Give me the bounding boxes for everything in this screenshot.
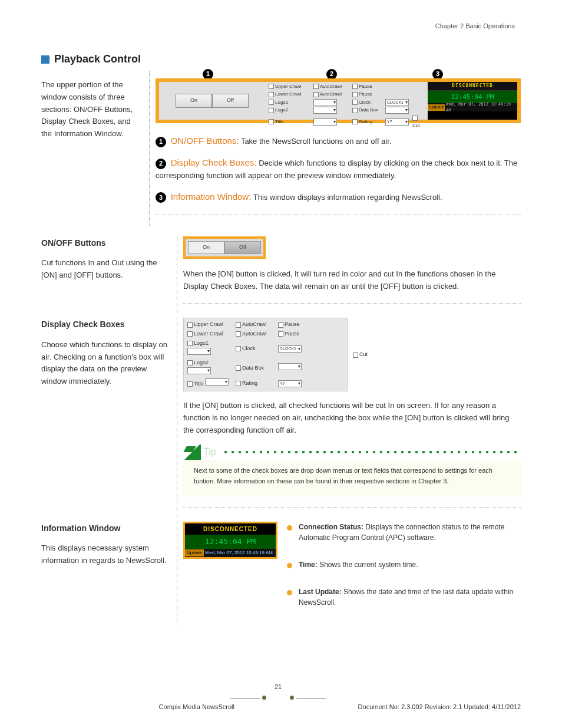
time-callout: Time: Shows the current system time. [287,559,521,570]
tip-icon [183,444,201,460]
title-dropdown[interactable] [313,118,337,126]
on-button[interactable]: On [176,94,212,108]
fig-logo2-dd[interactable] [187,367,211,374]
pause2-checkbox[interactable]: Pause [352,91,383,98]
fig-on-button[interactable]: On [188,241,224,254]
title-checkbox[interactable]: Title [269,118,311,126]
dcb-left-text: Choose which functions to display on air… [41,339,171,388]
clock-checkbox[interactable]: Clock [352,99,383,106]
page-footer: 21 Compix Media NewsScroll Document No: … [35,694,521,710]
tip-dots-icon [222,450,521,454]
intro-paragraph: The upper portion of the window consists… [41,79,143,140]
fig-cut[interactable]: Cut [353,351,368,359]
onoff-left-text: Cut functions In and Out using the [ON] … [41,257,171,282]
info-window-figure: DISCONNECTED 12:45:04 PM UpdateWed, Mar … [183,522,277,559]
fig-title[interactable]: Title [187,378,232,388]
databox-checkbox[interactable]: Data Box [352,107,383,114]
page-number: 21 [275,683,282,690]
fig-update-value: Wed, Mar 07, 2012 10:48:19 AM [205,549,273,556]
dcb-figure: Upper Crawl AutoCrawl Pause Lower Crawl … [183,318,348,391]
tip-text: Next to some of the check boxes are drop… [183,460,521,496]
logo2-dropdown[interactable] [313,107,337,114]
fig-rating[interactable]: Rating [236,380,275,388]
fig-update-label: Update [185,549,204,556]
fig-lower-crawl[interactable]: Lower Crawl [187,330,232,338]
fig-pause1[interactable]: Pause [278,321,317,329]
iw-left-text: This displays necessary system informati… [41,542,171,567]
playback-control-panel: On Off Upper Crawl AutoCrawl Pause Lower… [156,78,521,123]
upper-crawl-checkbox[interactable]: Upper Crawl [269,83,311,90]
fig-logo1[interactable]: Logo1 [187,340,232,358]
clock-dropdown[interactable]: CLOCK1 [385,99,409,106]
tip-box: Tip Next to some of the check boxes are … [183,444,521,496]
fig-logo1-dd[interactable] [187,348,211,355]
fig-clock[interactable]: Clock [236,345,275,353]
fig-status: DISCONNECTED [185,523,276,535]
dcb-right-text: If the [ON] button is clicked, all check… [183,400,521,436]
update-value: Wed, Mar 07, 2012 10:48:19 AM [446,101,517,114]
item1-title: ON/OFF Buttons: [171,136,239,146]
section-bullet-icon [41,55,49,64]
fig-rating-dd[interactable]: Y7 [278,380,302,387]
cut-checkbox[interactable]: Cut [412,115,424,130]
fig-off-button[interactable]: Off [224,241,261,254]
tip-label: Tip [203,445,216,460]
off-button[interactable]: Off [212,94,249,108]
dcb-section-title: Display Check Boxes [41,318,171,331]
bullet-2-icon: 2 [156,159,166,169]
databox-dropdown[interactable] [385,107,409,114]
fig-time: 12:45:04 PM [185,535,276,549]
update-label: Update [428,104,445,111]
fig-autocrawl1[interactable]: AutoCrawl [236,321,275,329]
item1-text: Take the NewsScroll functions on and off… [241,137,392,146]
pause-checkbox[interactable]: Pause [352,83,383,90]
connection-status: DISCONNECTED [428,82,517,91]
last-update-callout: Last Update: Shows the date and time of … [287,587,521,608]
fig-title-dd[interactable] [205,378,229,386]
fig-autocrawl2[interactable]: AutoCrawl [236,330,275,338]
information-window: DISCONNECTED 12:45:04 PM UpdateWed, Mar … [428,82,517,120]
fig-databox-dd[interactable] [278,363,302,370]
iw-section-title: Information Window [41,522,171,535]
footer-docinfo: Document No: 2.3.002 Revision: 2.1 Updat… [358,703,521,710]
onoff-section-title: ON/OFF Buttons [41,236,171,249]
item2-title: Display Check Boxes: [171,157,257,167]
rating-checkbox[interactable]: Rating [352,118,383,126]
logo1-dropdown[interactable] [313,99,337,106]
autocrawl2-checkbox[interactable]: AutoCrawl [313,91,350,98]
bullet-3-icon: 3 [156,192,166,203]
logo1-checkbox[interactable]: Logo1 [269,99,311,106]
footer-product: Compix Media NewsScroll [159,703,234,710]
chapter-header: Chapter 2 Basic Operations [435,22,515,29]
fig-databox[interactable]: Data Box [236,364,275,373]
conn-status-callout: Connection Status: Displays the connecti… [287,522,521,543]
item3-title: Information Window: [171,192,252,202]
bullet-1-icon: 1 [156,137,166,147]
onoff-figure: On Off [183,236,266,259]
fig-logo2[interactable]: Logo2 [187,359,232,377]
section-title: Playback Control [54,53,141,65]
item3-text: This window displays information regardi… [253,193,442,202]
fig-clock-dd[interactable]: CLOCK1 [278,345,302,353]
onoff-right-text: When the [ON] button is clicked, it will… [183,268,521,293]
rating-dropdown[interactable]: Y7 [385,118,409,126]
autocrawl-checkbox[interactable]: AutoCrawl [313,83,350,90]
fig-pause2[interactable]: Pause [278,330,317,338]
logo2-checkbox[interactable]: Logo2 [269,107,311,114]
fig-upper-crawl[interactable]: Upper Crawl [187,321,232,329]
lower-crawl-checkbox[interactable]: Lower Crawl [269,91,311,98]
